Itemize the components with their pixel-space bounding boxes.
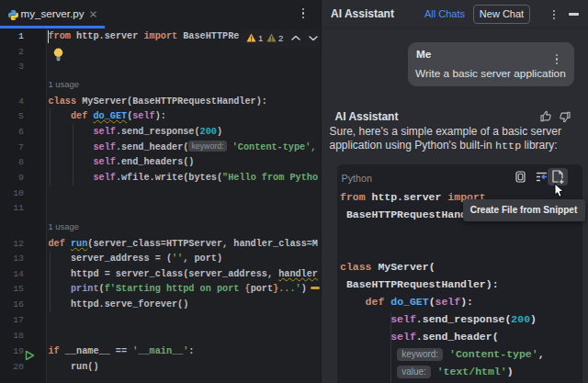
svg-text:2: 2 xyxy=(278,33,283,43)
svg-text:1: 1 xyxy=(258,33,263,43)
